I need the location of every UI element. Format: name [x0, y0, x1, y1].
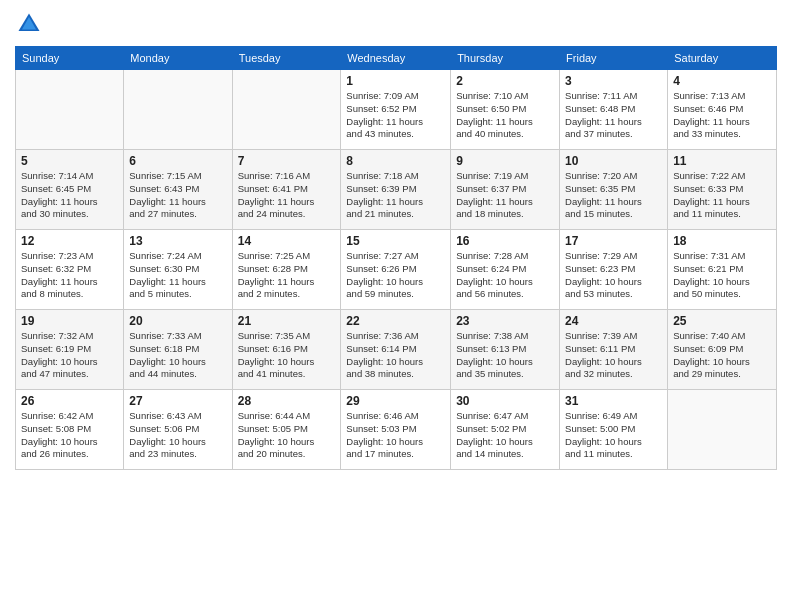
weekday-header: Saturday [668, 47, 777, 70]
day-info: Sunrise: 7:11 AM Sunset: 6:48 PM Dayligh… [565, 90, 662, 141]
calendar-cell: 6Sunrise: 7:15 AM Sunset: 6:43 PM Daylig… [124, 150, 232, 230]
calendar-cell: 29Sunrise: 6:46 AM Sunset: 5:03 PM Dayli… [341, 390, 451, 470]
logo [15, 10, 47, 38]
calendar-cell: 25Sunrise: 7:40 AM Sunset: 6:09 PM Dayli… [668, 310, 777, 390]
calendar-cell: 26Sunrise: 6:42 AM Sunset: 5:08 PM Dayli… [16, 390, 124, 470]
day-info: Sunrise: 7:25 AM Sunset: 6:28 PM Dayligh… [238, 250, 336, 301]
page-container: SundayMondayTuesdayWednesdayThursdayFrid… [0, 0, 792, 480]
calendar-cell: 8Sunrise: 7:18 AM Sunset: 6:39 PM Daylig… [341, 150, 451, 230]
calendar-cell: 17Sunrise: 7:29 AM Sunset: 6:23 PM Dayli… [560, 230, 668, 310]
day-info: Sunrise: 6:44 AM Sunset: 5:05 PM Dayligh… [238, 410, 336, 461]
day-info: Sunrise: 7:31 AM Sunset: 6:21 PM Dayligh… [673, 250, 771, 301]
day-number: 30 [456, 394, 554, 408]
day-number: 6 [129, 154, 226, 168]
calendar-cell: 19Sunrise: 7:32 AM Sunset: 6:19 PM Dayli… [16, 310, 124, 390]
day-info: Sunrise: 7:39 AM Sunset: 6:11 PM Dayligh… [565, 330, 662, 381]
weekday-header: Thursday [451, 47, 560, 70]
day-number: 11 [673, 154, 771, 168]
calendar-cell [668, 390, 777, 470]
day-number: 7 [238, 154, 336, 168]
day-info: Sunrise: 7:33 AM Sunset: 6:18 PM Dayligh… [129, 330, 226, 381]
day-info: Sunrise: 7:40 AM Sunset: 6:09 PM Dayligh… [673, 330, 771, 381]
calendar-header-row: SundayMondayTuesdayWednesdayThursdayFrid… [16, 47, 777, 70]
day-number: 15 [346, 234, 445, 248]
logo-icon [15, 10, 43, 38]
day-number: 8 [346, 154, 445, 168]
calendar-cell: 30Sunrise: 6:47 AM Sunset: 5:02 PM Dayli… [451, 390, 560, 470]
day-info: Sunrise: 7:15 AM Sunset: 6:43 PM Dayligh… [129, 170, 226, 221]
day-number: 21 [238, 314, 336, 328]
day-number: 10 [565, 154, 662, 168]
day-number: 20 [129, 314, 226, 328]
day-info: Sunrise: 7:18 AM Sunset: 6:39 PM Dayligh… [346, 170, 445, 221]
day-number: 28 [238, 394, 336, 408]
day-number: 4 [673, 74, 771, 88]
day-info: Sunrise: 6:47 AM Sunset: 5:02 PM Dayligh… [456, 410, 554, 461]
calendar-cell: 1Sunrise: 7:09 AM Sunset: 6:52 PM Daylig… [341, 70, 451, 150]
day-info: Sunrise: 7:27 AM Sunset: 6:26 PM Dayligh… [346, 250, 445, 301]
calendar-cell: 28Sunrise: 6:44 AM Sunset: 5:05 PM Dayli… [232, 390, 341, 470]
day-number: 24 [565, 314, 662, 328]
calendar-cell: 20Sunrise: 7:33 AM Sunset: 6:18 PM Dayli… [124, 310, 232, 390]
day-info: Sunrise: 7:35 AM Sunset: 6:16 PM Dayligh… [238, 330, 336, 381]
calendar-cell: 7Sunrise: 7:16 AM Sunset: 6:41 PM Daylig… [232, 150, 341, 230]
day-info: Sunrise: 6:42 AM Sunset: 5:08 PM Dayligh… [21, 410, 118, 461]
calendar-cell: 2Sunrise: 7:10 AM Sunset: 6:50 PM Daylig… [451, 70, 560, 150]
calendar-cell: 12Sunrise: 7:23 AM Sunset: 6:32 PM Dayli… [16, 230, 124, 310]
calendar-cell: 14Sunrise: 7:25 AM Sunset: 6:28 PM Dayli… [232, 230, 341, 310]
day-info: Sunrise: 7:14 AM Sunset: 6:45 PM Dayligh… [21, 170, 118, 221]
calendar-cell: 5Sunrise: 7:14 AM Sunset: 6:45 PM Daylig… [16, 150, 124, 230]
day-number: 25 [673, 314, 771, 328]
calendar-cell: 11Sunrise: 7:22 AM Sunset: 6:33 PM Dayli… [668, 150, 777, 230]
day-info: Sunrise: 7:28 AM Sunset: 6:24 PM Dayligh… [456, 250, 554, 301]
day-number: 13 [129, 234, 226, 248]
day-number: 2 [456, 74, 554, 88]
day-number: 26 [21, 394, 118, 408]
day-number: 9 [456, 154, 554, 168]
day-info: Sunrise: 7:22 AM Sunset: 6:33 PM Dayligh… [673, 170, 771, 221]
calendar-cell [124, 70, 232, 150]
day-number: 16 [456, 234, 554, 248]
day-info: Sunrise: 7:13 AM Sunset: 6:46 PM Dayligh… [673, 90, 771, 141]
weekday-header: Friday [560, 47, 668, 70]
calendar-cell: 22Sunrise: 7:36 AM Sunset: 6:14 PM Dayli… [341, 310, 451, 390]
day-info: Sunrise: 6:46 AM Sunset: 5:03 PM Dayligh… [346, 410, 445, 461]
day-number: 18 [673, 234, 771, 248]
calendar-week-row: 19Sunrise: 7:32 AM Sunset: 6:19 PM Dayli… [16, 310, 777, 390]
weekday-header: Wednesday [341, 47, 451, 70]
day-info: Sunrise: 6:43 AM Sunset: 5:06 PM Dayligh… [129, 410, 226, 461]
calendar-cell: 15Sunrise: 7:27 AM Sunset: 6:26 PM Dayli… [341, 230, 451, 310]
calendar-week-row: 1Sunrise: 7:09 AM Sunset: 6:52 PM Daylig… [16, 70, 777, 150]
weekday-header: Monday [124, 47, 232, 70]
calendar-cell: 18Sunrise: 7:31 AM Sunset: 6:21 PM Dayli… [668, 230, 777, 310]
calendar-cell [16, 70, 124, 150]
day-info: Sunrise: 7:32 AM Sunset: 6:19 PM Dayligh… [21, 330, 118, 381]
day-info: Sunrise: 7:38 AM Sunset: 6:13 PM Dayligh… [456, 330, 554, 381]
day-number: 1 [346, 74, 445, 88]
weekday-header: Tuesday [232, 47, 341, 70]
calendar-cell [232, 70, 341, 150]
day-number: 3 [565, 74, 662, 88]
calendar-cell: 13Sunrise: 7:24 AM Sunset: 6:30 PM Dayli… [124, 230, 232, 310]
day-info: Sunrise: 7:16 AM Sunset: 6:41 PM Dayligh… [238, 170, 336, 221]
day-info: Sunrise: 7:19 AM Sunset: 6:37 PM Dayligh… [456, 170, 554, 221]
day-number: 31 [565, 394, 662, 408]
calendar-cell: 24Sunrise: 7:39 AM Sunset: 6:11 PM Dayli… [560, 310, 668, 390]
day-info: Sunrise: 7:36 AM Sunset: 6:14 PM Dayligh… [346, 330, 445, 381]
day-number: 23 [456, 314, 554, 328]
calendar-cell: 21Sunrise: 7:35 AM Sunset: 6:16 PM Dayli… [232, 310, 341, 390]
day-info: Sunrise: 7:24 AM Sunset: 6:30 PM Dayligh… [129, 250, 226, 301]
day-number: 5 [21, 154, 118, 168]
day-info: Sunrise: 7:10 AM Sunset: 6:50 PM Dayligh… [456, 90, 554, 141]
calendar-cell: 10Sunrise: 7:20 AM Sunset: 6:35 PM Dayli… [560, 150, 668, 230]
calendar-cell: 3Sunrise: 7:11 AM Sunset: 6:48 PM Daylig… [560, 70, 668, 150]
calendar-table: SundayMondayTuesdayWednesdayThursdayFrid… [15, 46, 777, 470]
calendar-week-row: 5Sunrise: 7:14 AM Sunset: 6:45 PM Daylig… [16, 150, 777, 230]
calendar-cell: 9Sunrise: 7:19 AM Sunset: 6:37 PM Daylig… [451, 150, 560, 230]
day-number: 19 [21, 314, 118, 328]
weekday-header: Sunday [16, 47, 124, 70]
day-number: 29 [346, 394, 445, 408]
day-number: 22 [346, 314, 445, 328]
day-info: Sunrise: 7:09 AM Sunset: 6:52 PM Dayligh… [346, 90, 445, 141]
calendar-cell: 16Sunrise: 7:28 AM Sunset: 6:24 PM Dayli… [451, 230, 560, 310]
